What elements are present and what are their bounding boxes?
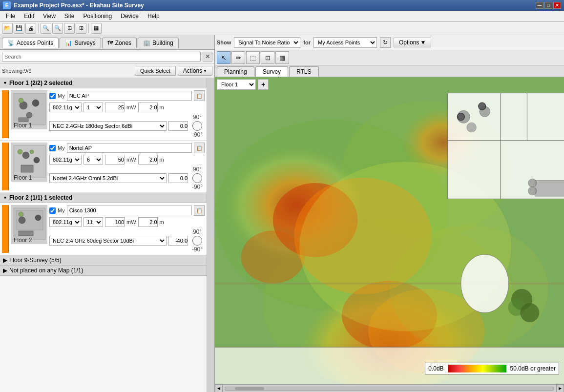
ap-height-cisco[interactable] bbox=[138, 217, 158, 227]
ap-power-cisco[interactable] bbox=[105, 217, 125, 227]
scroll-right-button[interactable]: ▶ bbox=[556, 385, 564, 392]
ap-antenna-cisco[interactable]: NEC 2.4 GHz 60deg Sector 10dBi bbox=[49, 236, 167, 246]
tab-surveys[interactable]: 📊 Surveys bbox=[60, 38, 101, 48]
svg-point-28 bbox=[294, 178, 432, 294]
menu-view[interactable]: View bbox=[39, 12, 60, 21]
ap-antenna-nec[interactable]: NEC 2.4GHz 180deg Sector 6dBi bbox=[49, 121, 167, 131]
svg-point-16 bbox=[19, 217, 25, 224]
ap-height-nec[interactable] bbox=[138, 103, 158, 112]
ap-list-scrollbar[interactable] bbox=[207, 78, 214, 392]
tab-rtls[interactable]: RTLS bbox=[289, 66, 318, 77]
ap-channel-nec[interactable]: 1 bbox=[84, 103, 103, 112]
menu-positioning[interactable]: Positioning bbox=[80, 12, 116, 21]
ap-checkbox-cisco[interactable] bbox=[49, 207, 56, 214]
ap-antenna-nortel[interactable]: Nortel 2.4GHz Omni 5.2dBi bbox=[49, 173, 167, 183]
ap-height-nortel[interactable] bbox=[138, 155, 158, 165]
ap-item-cisco: Floor 2 My 📋 802.11g bbox=[0, 203, 207, 255]
minimize-button[interactable]: — bbox=[536, 2, 543, 9]
refresh-button[interactable]: ↻ bbox=[380, 37, 391, 48]
tab-planning[interactable]: Planning bbox=[217, 66, 254, 77]
svg-point-48 bbox=[520, 303, 539, 322]
quick-select-button[interactable]: Quick Select bbox=[135, 66, 176, 76]
svg-text:Floor 1: Floor 1 bbox=[14, 122, 32, 129]
svg-point-9 bbox=[34, 157, 40, 163]
ap-indicator-nec bbox=[2, 90, 9, 138]
floor9-group-header[interactable]: ▶ Floor 9-Survey (5/5) bbox=[0, 255, 207, 266]
ap-details-nortel: My 📋 802.11g 6 mW bbox=[49, 143, 205, 190]
ap-angle-nec[interactable] bbox=[168, 121, 188, 131]
notplaced-group-header[interactable]: ▶ Not placed on any Map (1/1) bbox=[0, 266, 207, 276]
tool-select[interactable]: ↖ bbox=[217, 51, 230, 64]
search-input[interactable] bbox=[2, 52, 201, 62]
ap-power-nec[interactable] bbox=[105, 103, 125, 112]
print-button[interactable]: 🖨 bbox=[25, 23, 36, 34]
maximize-button[interactable]: □ bbox=[544, 2, 552, 9]
tab-access-points[interactable]: 📡 Access Points bbox=[2, 38, 59, 48]
menu-site[interactable]: Site bbox=[61, 12, 79, 21]
ap-list: ▼ Floor 1 (2/2) 2 selected bbox=[0, 78, 207, 392]
ap-copy-button-cisco[interactable]: 📋 bbox=[194, 205, 205, 216]
scroll-thumb[interactable] bbox=[235, 387, 264, 390]
ap-name-nec[interactable] bbox=[67, 91, 192, 101]
left-panel: 📡 Access Points 📊 Surveys 🗺 Zones 🏢 Buil… bbox=[0, 35, 215, 392]
ap-indicator-cisco bbox=[2, 205, 9, 253]
grid-button[interactable]: ▦ bbox=[91, 23, 102, 34]
floor1-group-header[interactable]: ▼ Floor 1 (2/2) 2 selected bbox=[0, 78, 207, 88]
ap-angle-top-nec: 90° bbox=[193, 114, 202, 121]
scroll-track[interactable] bbox=[225, 387, 554, 391]
tab-zones[interactable]: 🗺 Zones bbox=[102, 38, 137, 48]
ap-checkbox-nortel[interactable] bbox=[49, 145, 56, 151]
menu-help[interactable]: Help bbox=[144, 12, 164, 21]
svg-point-40 bbox=[528, 179, 537, 187]
tab-survey[interactable]: Survey bbox=[255, 66, 288, 77]
ap-item-nec: Floor 1 My 📋 802.11g bbox=[0, 88, 207, 141]
floor-dropdown[interactable]: Floor 1 bbox=[217, 79, 256, 90]
ap-channel-cisco[interactable]: 11 bbox=[84, 217, 103, 227]
map-content[interactable]: Floor 1 + bbox=[215, 77, 564, 384]
menu-device[interactable]: Device bbox=[117, 12, 143, 21]
zoom-fit-button[interactable]: ⊡ bbox=[64, 23, 75, 34]
ap-angle-nortel[interactable] bbox=[168, 173, 188, 183]
ap-channel-nortel[interactable]: 6 bbox=[84, 155, 103, 165]
ap-checkbox-nec[interactable] bbox=[49, 93, 56, 99]
zoom-reset-button[interactable]: ⊞ bbox=[76, 23, 86, 34]
ap-angle-circle-nec bbox=[192, 121, 202, 131]
zoom-out-button[interactable]: 🔍 bbox=[52, 23, 63, 34]
tool-rectangle[interactable]: ⬚ bbox=[246, 51, 260, 64]
tab-building[interactable]: 🏢 Building bbox=[138, 38, 179, 48]
map-horizontal-scrollbar[interactable]: ◀ ▶ bbox=[215, 384, 564, 392]
ap-protocol-nortel[interactable]: 802.11g bbox=[49, 155, 82, 165]
open-button[interactable]: 📂 bbox=[2, 23, 13, 34]
access-points-select[interactable]: My Access Points bbox=[313, 37, 377, 48]
menu-edit[interactable]: Edit bbox=[20, 12, 38, 21]
tool-stamp[interactable]: ⊡ bbox=[261, 51, 274, 64]
options-button[interactable]: Options ▼ bbox=[394, 38, 431, 47]
search-clear-button[interactable]: ✕ bbox=[203, 52, 212, 62]
ap-name-nortel[interactable] bbox=[67, 143, 192, 153]
ap-item-nortel: Floor 1 My 📋 802.11g bbox=[0, 141, 207, 193]
floor2-group-header[interactable]: ▼ Floor 2 (1/1) 1 selected bbox=[0, 193, 207, 203]
tool-pencil[interactable]: ✏ bbox=[231, 51, 245, 64]
ap-name-cisco[interactable] bbox=[67, 206, 192, 215]
ap-copy-button-nec[interactable]: 📋 bbox=[194, 90, 205, 101]
ap-copy-button-nortel[interactable]: 📋 bbox=[194, 143, 205, 153]
menu-file[interactable]: File bbox=[2, 12, 19, 21]
zoom-in-button[interactable]: 🔍 bbox=[41, 23, 51, 34]
ap-protocol-nec[interactable]: 802.11g bbox=[49, 103, 82, 112]
right-panel: Show Signal To Noise Ratio for My Access… bbox=[215, 35, 564, 392]
left-tab-bar: 📡 Access Points 📊 Surveys 🗺 Zones 🏢 Buil… bbox=[0, 35, 214, 50]
save-button[interactable]: 💾 bbox=[14, 23, 24, 34]
toolbar-separator-2 bbox=[88, 23, 89, 33]
ap-angle-cisco[interactable] bbox=[168, 236, 188, 246]
scroll-left-button[interactable]: ◀ bbox=[215, 385, 223, 392]
signal-type-select[interactable]: Signal To Noise Ratio bbox=[234, 37, 300, 48]
close-button[interactable]: ✕ bbox=[553, 2, 561, 9]
ap-list-container: ▼ Floor 1 (2/2) 2 selected bbox=[0, 78, 214, 392]
actions-button[interactable]: Actions ▼ bbox=[178, 66, 212, 76]
ap-protocol-cisco[interactable]: 802.11g bbox=[49, 217, 82, 227]
ap-power-unit-cisco: mW bbox=[126, 219, 136, 225]
svg-point-37 bbox=[480, 106, 490, 117]
floor-add-button[interactable]: + bbox=[258, 79, 269, 90]
tool-grid[interactable]: ▦ bbox=[275, 51, 289, 64]
ap-power-nortel[interactable] bbox=[105, 155, 125, 165]
